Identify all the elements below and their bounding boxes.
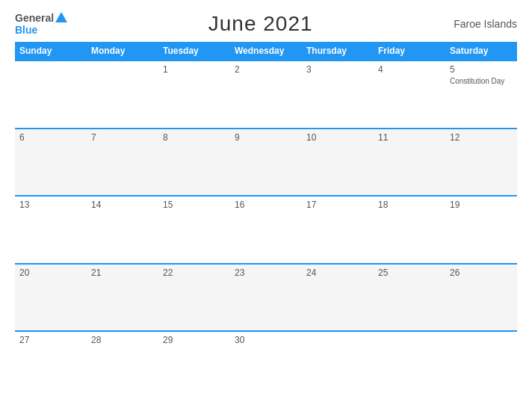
day-number: 22 <box>163 268 226 278</box>
day-number: 6 <box>19 132 82 143</box>
calendar-cell: 4 <box>374 61 445 129</box>
day-number: 1 <box>163 64 226 75</box>
calendar-cell: 18 <box>374 196 445 264</box>
day-number: 29 <box>163 335 226 345</box>
day-number: 18 <box>378 200 441 210</box>
calendar-cell: 15 <box>158 196 230 264</box>
day-number: 25 <box>378 268 441 278</box>
calendar-header-row: SundayMondayTuesdayWednesdayThursdayFrid… <box>15 42 517 61</box>
calendar-cell: 2 <box>230 61 302 129</box>
calendar-cell: 7 <box>87 129 158 197</box>
calendar-header: General Blue June 2021 Faroe Islands <box>15 12 517 36</box>
calendar-week-2: 6789101112 <box>15 129 517 197</box>
calendar-cell <box>15 61 87 129</box>
col-header-tuesday: Tuesday <box>158 42 230 61</box>
calendar-cell: 22 <box>158 264 230 332</box>
calendar-cell: 27 <box>15 331 87 399</box>
col-header-thursday: Thursday <box>302 42 374 61</box>
calendar-cell <box>302 331 374 399</box>
col-header-saturday: Saturday <box>445 42 517 61</box>
day-number: 15 <box>163 200 226 210</box>
day-number: 5 <box>450 64 513 75</box>
logo-blue-text: Blue <box>15 24 37 36</box>
day-number: 13 <box>19 200 82 210</box>
calendar-week-3: 13141516171819 <box>15 196 517 264</box>
day-number: 10 <box>306 132 369 143</box>
col-header-wednesday: Wednesday <box>230 42 302 61</box>
calendar-week-1: 12345Constitution Day <box>15 61 517 129</box>
day-number: 4 <box>378 64 441 75</box>
holiday-label: Constitution Day <box>450 76 513 86</box>
day-number: 11 <box>378 132 441 143</box>
day-number: 2 <box>235 64 297 75</box>
region-label: Faroe Islands <box>454 18 517 30</box>
day-number: 20 <box>19 268 82 278</box>
calendar-cell: 14 <box>87 196 158 264</box>
day-number: 28 <box>91 335 154 345</box>
col-header-friday: Friday <box>374 42 445 61</box>
calendar-title: June 2021 <box>208 12 313 36</box>
calendar-cell: 21 <box>87 264 158 332</box>
day-number: 17 <box>306 200 369 210</box>
calendar-cell: 23 <box>230 264 302 332</box>
day-number: 7 <box>91 132 154 143</box>
day-number: 26 <box>450 268 513 278</box>
logo: General Blue <box>15 12 67 36</box>
day-number: 24 <box>306 268 369 278</box>
calendar-table: SundayMondayTuesdayWednesdayThursdayFrid… <box>15 42 517 399</box>
calendar-cell: 28 <box>87 331 158 399</box>
day-number: 9 <box>235 132 297 143</box>
col-header-monday: Monday <box>87 42 158 61</box>
col-header-sunday: Sunday <box>15 42 87 61</box>
logo-general-text: General <box>15 12 54 24</box>
day-number: 21 <box>91 268 154 278</box>
calendar-cell: 11 <box>374 129 445 197</box>
day-number: 3 <box>306 64 369 75</box>
calendar-cell: 25 <box>374 264 445 332</box>
logo-triangle-icon <box>55 12 67 22</box>
calendar-cell: 19 <box>445 196 517 264</box>
calendar-cell: 29 <box>158 331 230 399</box>
calendar-cell: 3 <box>302 61 374 129</box>
day-number: 23 <box>235 268 297 278</box>
day-number: 16 <box>235 200 297 210</box>
calendar-cell: 20 <box>15 264 87 332</box>
calendar-cell: 30 <box>230 331 302 399</box>
calendar-cell: 17 <box>302 196 374 264</box>
calendar-week-4: 20212223242526 <box>15 264 517 332</box>
calendar-cell: 9 <box>230 129 302 197</box>
calendar-cell: 26 <box>445 264 517 332</box>
calendar-week-5: 27282930 <box>15 331 517 399</box>
calendar-cell: 1 <box>158 61 230 129</box>
calendar-cell: 16 <box>230 196 302 264</box>
calendar-cell: 8 <box>158 129 230 197</box>
calendar-cell <box>374 331 445 399</box>
calendar-cell: 12 <box>445 129 517 197</box>
calendar-cell: 24 <box>302 264 374 332</box>
calendar-cell <box>445 331 517 399</box>
calendar-cell: 6 <box>15 129 87 197</box>
calendar-cell <box>87 61 158 129</box>
calendar-cell: 13 <box>15 196 87 264</box>
day-number: 30 <box>235 335 297 345</box>
calendar-cell: 5Constitution Day <box>445 61 517 129</box>
day-number: 27 <box>19 335 82 345</box>
day-number: 19 <box>450 200 513 210</box>
day-number: 8 <box>163 132 226 143</box>
day-number: 14 <box>91 200 154 210</box>
calendar-cell: 10 <box>302 129 374 197</box>
day-number: 12 <box>450 132 513 143</box>
